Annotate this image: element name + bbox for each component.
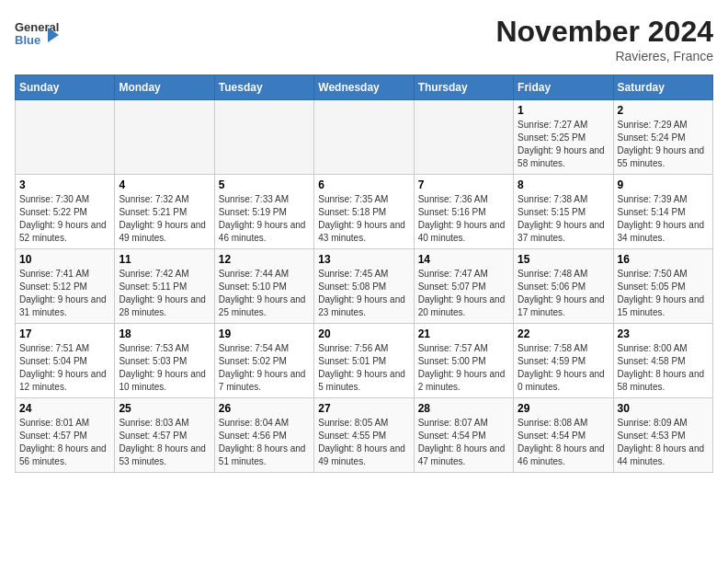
calendar-week-4: 17Sunrise: 7:51 AM Sunset: 5:04 PM Dayli… xyxy=(16,324,713,398)
calendar-cell: 17Sunrise: 7:51 AM Sunset: 5:04 PM Dayli… xyxy=(16,324,115,398)
day-number: 29 xyxy=(518,402,609,415)
calendar-cell: 28Sunrise: 8:07 AM Sunset: 4:54 PM Dayli… xyxy=(414,398,513,473)
col-header-thursday: Thursday xyxy=(414,75,513,100)
col-header-sunday: Sunday xyxy=(16,75,115,100)
day-number: 12 xyxy=(219,253,310,266)
day-info: Sunrise: 7:50 AM Sunset: 5:05 PM Dayligh… xyxy=(618,268,709,319)
day-info: Sunrise: 7:47 AM Sunset: 5:07 PM Dayligh… xyxy=(418,268,509,319)
page-header: General Blue November 2024 Ravieres, Fra… xyxy=(15,15,713,63)
day-number: 14 xyxy=(418,253,509,266)
day-number: 28 xyxy=(418,402,509,415)
day-info: Sunrise: 8:07 AM Sunset: 4:54 PM Dayligh… xyxy=(418,417,509,468)
day-info: Sunrise: 8:04 AM Sunset: 4:56 PM Dayligh… xyxy=(219,417,310,468)
day-number: 26 xyxy=(219,402,310,415)
day-info: Sunrise: 7:30 AM Sunset: 5:22 PM Dayligh… xyxy=(19,193,110,245)
day-info: Sunrise: 7:29 AM Sunset: 5:24 PM Dayligh… xyxy=(618,119,709,170)
col-header-monday: Monday xyxy=(115,75,214,100)
svg-text:Blue: Blue xyxy=(15,33,40,47)
day-number: 19 xyxy=(219,327,310,340)
calendar-week-1: 1Sunrise: 7:27 AM Sunset: 5:25 PM Daylig… xyxy=(16,100,713,175)
day-info: Sunrise: 7:32 AM Sunset: 5:21 PM Dayligh… xyxy=(119,193,210,245)
day-info: Sunrise: 7:42 AM Sunset: 5:11 PM Dayligh… xyxy=(119,268,210,319)
calendar-cell: 9Sunrise: 7:39 AM Sunset: 5:14 PM Daylig… xyxy=(613,175,712,249)
day-info: Sunrise: 7:57 AM Sunset: 5:00 PM Dayligh… xyxy=(418,342,509,394)
calendar-week-2: 3Sunrise: 7:30 AM Sunset: 5:22 PM Daylig… xyxy=(16,175,713,249)
col-header-saturday: Saturday xyxy=(613,75,712,100)
day-number: 7 xyxy=(418,178,509,191)
day-info: Sunrise: 8:08 AM Sunset: 4:54 PM Dayligh… xyxy=(518,417,609,468)
calendar-header-row: SundayMondayTuesdayWednesdayThursdayFrid… xyxy=(16,75,713,100)
page-title: November 2024 xyxy=(495,15,713,49)
day-number: 17 xyxy=(19,327,110,340)
calendar-cell xyxy=(115,100,214,175)
logo: General Blue xyxy=(15,15,59,55)
day-info: Sunrise: 7:54 AM Sunset: 5:02 PM Dayligh… xyxy=(219,342,310,394)
day-number: 5 xyxy=(219,178,310,191)
day-number: 3 xyxy=(19,178,110,191)
day-number: 2 xyxy=(618,104,709,117)
day-info: Sunrise: 7:53 AM Sunset: 5:03 PM Dayligh… xyxy=(119,342,210,394)
calendar-cell xyxy=(314,100,414,175)
calendar-cell: 22Sunrise: 7:58 AM Sunset: 4:59 PM Dayli… xyxy=(514,324,613,398)
page-subtitle: Ravieres, France xyxy=(495,49,713,63)
day-number: 30 xyxy=(618,402,709,415)
day-info: Sunrise: 7:44 AM Sunset: 5:10 PM Dayligh… xyxy=(219,268,310,319)
day-info: Sunrise: 7:39 AM Sunset: 5:14 PM Dayligh… xyxy=(618,193,709,245)
day-number: 4 xyxy=(119,178,210,191)
calendar-cell: 11Sunrise: 7:42 AM Sunset: 5:11 PM Dayli… xyxy=(115,249,214,324)
day-number: 20 xyxy=(318,327,409,340)
calendar-cell: 23Sunrise: 8:00 AM Sunset: 4:58 PM Dayli… xyxy=(613,324,712,398)
day-number: 18 xyxy=(119,327,210,340)
calendar-cell xyxy=(16,100,115,175)
logo-icon: General Blue xyxy=(15,15,59,55)
calendar-cell xyxy=(414,100,513,175)
day-number: 21 xyxy=(418,327,509,340)
calendar-cell: 24Sunrise: 8:01 AM Sunset: 4:57 PM Dayli… xyxy=(16,398,115,473)
calendar-cell: 16Sunrise: 7:50 AM Sunset: 5:05 PM Dayli… xyxy=(613,249,712,324)
calendar-cell: 12Sunrise: 7:44 AM Sunset: 5:10 PM Dayli… xyxy=(214,249,313,324)
day-info: Sunrise: 7:41 AM Sunset: 5:12 PM Dayligh… xyxy=(19,268,110,319)
day-number: 1 xyxy=(518,104,609,117)
calendar-cell: 3Sunrise: 7:30 AM Sunset: 5:22 PM Daylig… xyxy=(16,175,115,249)
day-info: Sunrise: 8:09 AM Sunset: 4:53 PM Dayligh… xyxy=(618,417,709,468)
col-header-friday: Friday xyxy=(514,75,613,100)
calendar-cell: 15Sunrise: 7:48 AM Sunset: 5:06 PM Dayli… xyxy=(514,249,613,324)
calendar-cell: 13Sunrise: 7:45 AM Sunset: 5:08 PM Dayli… xyxy=(314,249,414,324)
day-info: Sunrise: 7:38 AM Sunset: 5:15 PM Dayligh… xyxy=(518,193,609,245)
day-info: Sunrise: 8:05 AM Sunset: 4:55 PM Dayligh… xyxy=(318,417,409,468)
day-info: Sunrise: 7:48 AM Sunset: 5:06 PM Dayligh… xyxy=(518,268,609,319)
calendar-cell: 1Sunrise: 7:27 AM Sunset: 5:25 PM Daylig… xyxy=(514,100,613,175)
calendar-cell: 8Sunrise: 7:38 AM Sunset: 5:15 PM Daylig… xyxy=(514,175,613,249)
calendar-table: SundayMondayTuesdayWednesdayThursdayFrid… xyxy=(15,75,713,473)
calendar-cell: 21Sunrise: 7:57 AM Sunset: 5:00 PM Dayli… xyxy=(414,324,513,398)
calendar-cell: 7Sunrise: 7:36 AM Sunset: 5:16 PM Daylig… xyxy=(414,175,513,249)
day-number: 24 xyxy=(19,402,110,415)
day-number: 13 xyxy=(318,253,409,266)
day-info: Sunrise: 8:00 AM Sunset: 4:58 PM Dayligh… xyxy=(618,342,709,394)
calendar-cell: 18Sunrise: 7:53 AM Sunset: 5:03 PM Dayli… xyxy=(115,324,214,398)
day-info: Sunrise: 8:01 AM Sunset: 4:57 PM Dayligh… xyxy=(19,417,110,468)
day-number: 6 xyxy=(318,178,409,191)
calendar-cell: 10Sunrise: 7:41 AM Sunset: 5:12 PM Dayli… xyxy=(16,249,115,324)
day-number: 11 xyxy=(119,253,210,266)
day-info: Sunrise: 7:51 AM Sunset: 5:04 PM Dayligh… xyxy=(19,342,110,394)
day-info: Sunrise: 7:35 AM Sunset: 5:18 PM Dayligh… xyxy=(318,193,409,245)
calendar-cell: 19Sunrise: 7:54 AM Sunset: 5:02 PM Dayli… xyxy=(214,324,313,398)
day-info: Sunrise: 7:36 AM Sunset: 5:16 PM Dayligh… xyxy=(418,193,509,245)
calendar-cell: 2Sunrise: 7:29 AM Sunset: 5:24 PM Daylig… xyxy=(613,100,712,175)
day-info: Sunrise: 7:33 AM Sunset: 5:19 PM Dayligh… xyxy=(219,193,310,245)
title-block: November 2024 Ravieres, France xyxy=(495,15,713,63)
day-number: 8 xyxy=(518,178,609,191)
day-number: 25 xyxy=(119,402,210,415)
day-info: Sunrise: 7:45 AM Sunset: 5:08 PM Dayligh… xyxy=(318,268,409,319)
day-info: Sunrise: 8:03 AM Sunset: 4:57 PM Dayligh… xyxy=(119,417,210,468)
calendar-cell: 6Sunrise: 7:35 AM Sunset: 5:18 PM Daylig… xyxy=(314,175,414,249)
day-number: 22 xyxy=(518,327,609,340)
day-number: 15 xyxy=(518,253,609,266)
col-header-tuesday: Tuesday xyxy=(214,75,313,100)
calendar-cell: 25Sunrise: 8:03 AM Sunset: 4:57 PM Dayli… xyxy=(115,398,214,473)
day-number: 27 xyxy=(318,402,409,415)
day-info: Sunrise: 7:27 AM Sunset: 5:25 PM Dayligh… xyxy=(518,119,609,170)
calendar-cell: 29Sunrise: 8:08 AM Sunset: 4:54 PM Dayli… xyxy=(514,398,613,473)
calendar-cell: 5Sunrise: 7:33 AM Sunset: 5:19 PM Daylig… xyxy=(214,175,313,249)
